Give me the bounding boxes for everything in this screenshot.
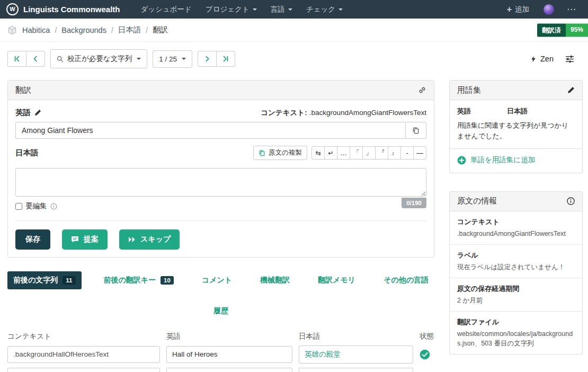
info-item-translation-file: 翻訳ファイル website/common/locales/ja/backgro… — [450, 311, 582, 354]
header-target: 日本語 — [299, 332, 413, 341]
prev-string-button[interactable] — [26, 51, 45, 67]
page-content: 校正が必要な文字列 1 / 25 — [0, 42, 588, 372]
char-newline-button[interactable]: ↵ — [324, 146, 337, 160]
position-dropdown[interactable]: 1 / 25 — [153, 50, 192, 68]
breadcrumb-separator — [55, 26, 57, 34]
nav-projects[interactable]: プロジェクト — [199, 1, 264, 19]
copy-source-button[interactable] — [405, 122, 426, 139]
brand-title[interactable]: Linguists Commonwealth — [23, 5, 120, 14]
copy-icon — [412, 127, 420, 134]
info-circle-icon[interactable] — [567, 197, 575, 205]
tab-translation-memory[interactable]: 翻訳メモリ — [312, 271, 361, 289]
tab-nearby-strings[interactable]: 前後の文字列 11 — [7, 271, 82, 289]
last-string-button[interactable] — [216, 51, 235, 67]
nav-languages[interactable]: 言語 — [264, 1, 299, 19]
nearby-target-cell[interactable]: 英雄の殿堂 — [299, 346, 413, 364]
glossary-footer: 単語を用語集に追加 — [450, 148, 582, 173]
tab-history[interactable]: 履歴 — [208, 302, 234, 320]
char-emdash-button[interactable]: — — [413, 146, 426, 160]
breadcrumb-separator — [146, 26, 148, 34]
context-line: コンテキスト:.backgroundAmongGiantFlowersText — [261, 108, 426, 118]
caret-down-icon — [182, 58, 186, 60]
editor-toolbar: 校正が必要な文字列 1 / 25 — [7, 49, 583, 68]
nav-dashboard[interactable]: ダッシュボード — [134, 1, 199, 19]
skip-button[interactable]: スキップ — [119, 229, 180, 250]
char-dbracket-close-button[interactable]: 』 — [388, 146, 401, 160]
nearby-strings-table: コンテキスト 英語 日本語 状態 .backgroundHallOfHeroes… — [7, 332, 434, 372]
search-filter-dropdown[interactable]: 校正が必要な文字列 — [50, 49, 147, 68]
table-row — [7, 368, 434, 372]
header-state: 状態 — [420, 332, 435, 341]
translation-card-header: 翻訳 — [8, 81, 434, 100]
zen-mode-button[interactable]: Zen — [529, 52, 555, 65]
char-bracket-close-button[interactable]: 」 — [362, 146, 376, 160]
caret-down-icon — [338, 8, 343, 11]
char-dbracket-open-button[interactable]: 『 — [375, 146, 388, 160]
card-title: 翻訳 — [15, 85, 31, 95]
breadcrumb-current: 翻訳 — [153, 25, 168, 35]
nearby-table-header: コンテキスト 英語 日本語 状態 — [7, 332, 434, 341]
action-buttons: 保存 提案 スキップ — [15, 220, 426, 250]
breadcrumb-language[interactable]: 日本語 — [118, 25, 141, 35]
source-string-input[interactable] — [15, 122, 405, 139]
skip-last-icon — [222, 56, 229, 62]
breadcrumb-project[interactable]: Habitica — [22, 26, 50, 34]
char-ellipsis-button[interactable]: … — [337, 146, 350, 160]
tab-machine-translation[interactable]: 機械翻訳 — [254, 271, 296, 289]
nav-checks[interactable]: チェック — [299, 1, 350, 19]
target-language-label: 日本語 — [15, 148, 39, 158]
settings-sliders-button[interactable] — [564, 53, 575, 65]
nearby-target-cell[interactable] — [299, 368, 413, 372]
header-source: 英語 — [166, 332, 292, 341]
header-context: コンテキスト — [7, 332, 160, 341]
edit-source-pencil-icon[interactable] — [34, 109, 41, 116]
add-glossary-term-link[interactable]: 単語を用語集に追加 — [457, 155, 535, 165]
user-avatar[interactable] — [544, 4, 554, 15]
translation-textarea[interactable] — [15, 168, 426, 197]
clone-source-button[interactable]: 原文の複製 — [253, 146, 307, 160]
char-swap-button[interactable]: ⇆ — [311, 146, 325, 160]
status-label: 翻訳済 — [537, 23, 566, 37]
needs-edit-checkbox[interactable] — [15, 203, 22, 210]
save-button[interactable]: 保存 — [15, 229, 50, 250]
plus-icon: + — [507, 5, 512, 14]
tab-similar-keys[interactable]: 前後の翻訳キー 10 — [97, 271, 179, 289]
tab-comments[interactable]: コメント — [196, 271, 238, 289]
nearby-source-cell[interactable] — [166, 368, 292, 372]
detail-tabs: 前後の文字列 11 前後の翻訳キー 10 コメント 機械翻訳 翻訳メモリ その他… — [7, 271, 434, 320]
pagination-group: 校正が必要な文字列 1 / 25 — [7, 49, 235, 68]
overflow-menu-button[interactable]: ⋯ — [562, 0, 582, 19]
char-hyphen-button[interactable]: - — [400, 146, 414, 160]
edit-glossary-pencil-icon[interactable] — [567, 86, 575, 94]
fast-forward-icon — [128, 236, 136, 243]
editor-column: 翻訳 英語 — [7, 80, 434, 372]
main-menu: ダッシュボード プロジェクト 言語 チェック — [134, 1, 350, 19]
copy-icon — [259, 149, 265, 156]
breadcrumb: Habitica Backgrounds 日本語 翻訳 翻訳済 95% — [0, 19, 588, 42]
sidebar-column: 用語集 英語 日本語 用語集に関連する文字列が見つかりませんでした。 単語を用 — [449, 80, 583, 355]
toolbar-right-group: Zen — [529, 52, 575, 65]
breadcrumb-component[interactable]: Backgrounds — [61, 26, 106, 34]
status-percent: 95% — [566, 23, 588, 37]
glossary-column-headers: 英語 日本語 — [450, 100, 582, 119]
nearby-context-cell[interactable]: .backgroundHallOfHeroesText — [7, 346, 160, 363]
next-string-button[interactable] — [198, 51, 217, 67]
nearby-context-cell[interactable] — [7, 368, 160, 372]
info-icon[interactable] — [50, 203, 57, 210]
check-circle-icon — [420, 349, 430, 360]
needs-edit-group: 要編集 — [15, 201, 57, 211]
permalink-icon[interactable] — [418, 86, 426, 94]
suggest-button[interactable]: 提案 — [62, 229, 108, 250]
source-string-group — [15, 122, 426, 139]
char-bracket-open-button[interactable]: 「 — [350, 146, 363, 160]
skip-first-icon — [14, 56, 20, 62]
tune-sliders-icon — [565, 55, 574, 63]
source-info-title: 原文の情報 — [457, 196, 497, 206]
tab-other-languages[interactable]: その他の言語 — [378, 271, 434, 289]
component-cube-icon — [7, 25, 17, 35]
first-string-button[interactable] — [7, 51, 26, 67]
weblate-logo-icon[interactable]: W — [6, 3, 19, 15]
tab-count-badge: 11 — [63, 276, 75, 285]
nearby-source-cell[interactable]: Hall of Heroes — [166, 346, 292, 363]
add-button[interactable]: +追加 — [500, 1, 536, 19]
